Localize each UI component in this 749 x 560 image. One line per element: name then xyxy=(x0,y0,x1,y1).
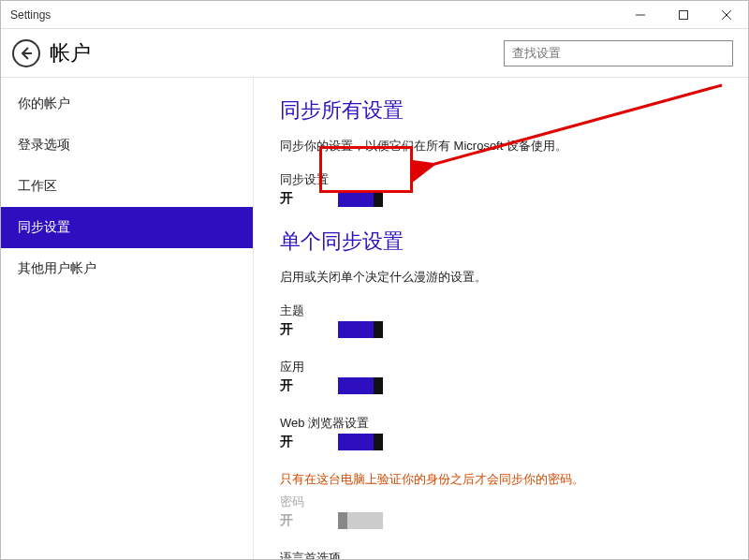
svg-rect-1 xyxy=(680,10,688,19)
toggle-theme[interactable] xyxy=(338,321,383,338)
sidebar-item-sync-settings[interactable]: 同步设置 xyxy=(1,207,253,248)
setting-label-theme: 主题 xyxy=(280,302,722,319)
section-desc-sync-all: 同步你的设置，以便它们在所有 Microsoft 设备使用。 xyxy=(280,138,722,155)
sidebar-item-work-access[interactable]: 工作区 xyxy=(1,166,253,207)
arrow-left-icon xyxy=(19,46,34,61)
page-title: 帐户 xyxy=(50,39,504,67)
setting-label-apps: 应用 xyxy=(280,359,722,376)
setting-language: 语言首选项 xyxy=(280,550,722,560)
setting-state-apps: 开 xyxy=(280,377,299,394)
sidebar-item-your-account[interactable]: 你的帐户 xyxy=(1,83,253,125)
maximize-button[interactable] xyxy=(662,1,705,29)
toggle-knob xyxy=(374,434,383,450)
section-title-sync-all: 同步所有设置 xyxy=(280,96,722,125)
section-desc-individual: 启用或关闭单个决定什么漫游的设置。 xyxy=(280,269,722,286)
sidebar: 你的帐户 登录选项 工作区 同步设置 其他用户帐户 xyxy=(1,78,254,560)
section-title-individual: 单个同步设置 xyxy=(280,228,722,256)
setting-label-password: 密码 xyxy=(280,494,722,510)
setting-state-sync: 开 xyxy=(280,190,299,207)
header: 帐户 xyxy=(1,29,748,78)
setting-state-web: 开 xyxy=(280,434,299,450)
window-title: Settings xyxy=(1,8,619,22)
toggle-apps[interactable] xyxy=(338,377,383,394)
password-warning: 只有在这台电脑上验证你的身份之后才会同步你的密码。 xyxy=(280,471,722,488)
toggle-knob xyxy=(374,321,383,338)
sidebar-item-other-users[interactable]: 其他用户帐户 xyxy=(1,248,253,289)
toggle-knob xyxy=(374,190,383,207)
toggle-knob xyxy=(374,377,383,394)
minimize-button[interactable] xyxy=(619,1,662,29)
setting-state-theme: 开 xyxy=(280,321,299,338)
setting-web-browser: Web 浏览器设置 开 xyxy=(280,415,722,450)
setting-password: 密码 开 xyxy=(280,494,722,529)
close-button[interactable] xyxy=(705,1,748,29)
toggle-web-browser[interactable] xyxy=(338,434,383,450)
setting-state-password: 开 xyxy=(280,512,299,529)
setting-theme: 主题 开 xyxy=(280,302,722,338)
back-button[interactable] xyxy=(12,39,40,67)
toggle-sync[interactable] xyxy=(338,190,383,207)
toggle-password xyxy=(338,512,383,529)
toggle-knob xyxy=(338,512,347,529)
title-bar: Settings xyxy=(1,1,748,29)
setting-apps: 应用 开 xyxy=(280,359,722,394)
content-pane: 同步所有设置 同步你的设置，以便它们在所有 Microsoft 设备使用。 同步… xyxy=(254,78,748,560)
sidebar-item-signin-options[interactable]: 登录选项 xyxy=(1,125,253,166)
setting-sync: 同步设置 开 xyxy=(280,171,722,207)
search-input[interactable] xyxy=(504,40,733,66)
setting-label-web: Web 浏览器设置 xyxy=(280,415,722,432)
setting-label-sync: 同步设置 xyxy=(280,171,722,188)
setting-label-language: 语言首选项 xyxy=(280,550,722,560)
